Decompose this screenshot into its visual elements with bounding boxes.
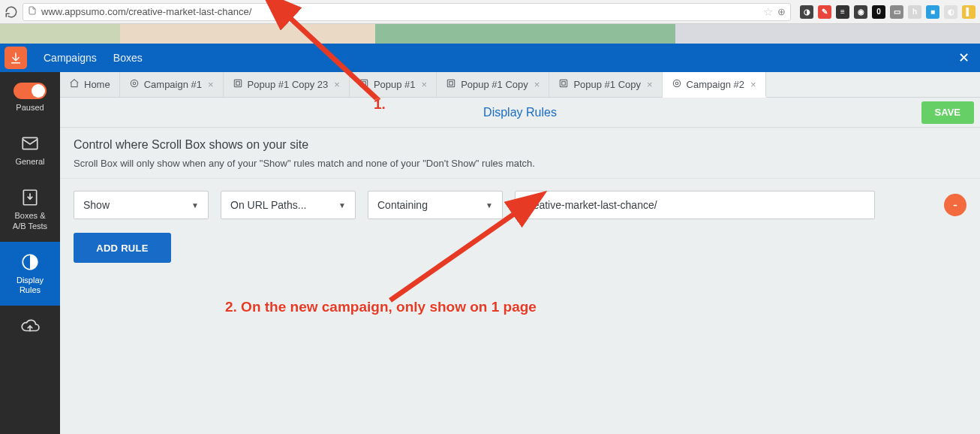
rule-path-value: On URL Paths...: [230, 199, 306, 211]
rule-path-select[interactable]: On URL Paths... ▼: [221, 191, 356, 219]
nav-campaigns[interactable]: Campaigns: [44, 52, 97, 64]
tab-label: Campaign #1: [144, 79, 202, 90]
tab-popup-1[interactable]: Popup #1×: [350, 72, 437, 97]
svg-rect-5: [234, 80, 241, 86]
sidebar-label-display: Display Rules: [17, 276, 44, 295]
page-title: Display Rules: [483, 106, 557, 119]
extension-icons: ◑✎≡◉0▭h■◐▌: [795, 5, 975, 19]
cloud-upload-icon: [20, 316, 40, 336]
svg-rect-0: [23, 138, 38, 149]
rules-area: Show ▼ On URL Paths... ▼ Containing ▼ - …: [60, 179, 980, 275]
add-rule-button[interactable]: ADD RULE: [74, 233, 171, 263]
popup-icon: [359, 78, 369, 91]
svg-rect-6: [236, 82, 239, 86]
sidebar: Paused General Boxes & A/B Tests Display…: [0, 72, 60, 434]
svg-rect-11: [561, 80, 567, 86]
reload-icon[interactable]: [5, 5, 18, 19]
svg-rect-9: [448, 80, 455, 86]
browser-chrome: www.appsumo.com/creative-market-last-cha…: [0, 0, 980, 24]
ext-op-icon[interactable]: 0: [872, 5, 885, 19]
ext-blue-icon[interactable]: ■: [926, 5, 939, 19]
sidebar-label-boxes: Boxes & A/B Tests: [13, 211, 47, 231]
rule-row: Show ▼ On URL Paths... ▼ Containing ▼ -: [74, 191, 966, 219]
rule-value-input[interactable]: [515, 191, 875, 219]
ext-tool-icon[interactable]: ✎: [818, 5, 831, 19]
tab-label: Campaign #2: [687, 79, 744, 90]
target-icon: [672, 78, 682, 91]
rule-match-value: Containing: [377, 199, 428, 211]
tab-label: Popup #1 Copy: [573, 79, 641, 90]
caret-icon: ▼: [485, 201, 493, 209]
tab-close-icon[interactable]: ×: [749, 79, 756, 90]
download-box-icon: [20, 188, 40, 207]
star-icon[interactable]: ☆: [763, 5, 773, 19]
svg-rect-12: [562, 82, 566, 86]
sidebar-label-paused: Paused: [16, 103, 44, 113]
ext-buffer-icon[interactable]: ≡: [836, 5, 849, 19]
svg-rect-8: [362, 82, 366, 86]
sidebar-item-boxes[interactable]: Boxes & A/B Tests: [0, 177, 60, 241]
caret-icon: ▼: [191, 201, 199, 209]
app-overlay: Campaigns Boxes ✕ Paused General Boxes &…: [0, 44, 980, 434]
app-topbar: Campaigns Boxes ✕: [0, 44, 980, 72]
sidebar-item-paused[interactable]: Paused: [0, 72, 60, 123]
svg-point-14: [675, 82, 678, 85]
ext-globe-icon[interactable]: ◐: [944, 5, 957, 19]
ext-pocket-icon[interactable]: ◑: [800, 5, 813, 19]
svg-point-13: [673, 80, 680, 86]
annotation-label-2: 2. On the new campaign, only show on 1 p…: [225, 299, 537, 315]
svg-point-4: [133, 82, 136, 85]
tab-close-icon[interactable]: ×: [332, 79, 340, 90]
remove-rule-button[interactable]: -: [944, 194, 966, 216]
tab-home[interactable]: Home: [60, 72, 120, 97]
tab-close-icon[interactable]: ×: [645, 79, 653, 90]
annotation-label-1: 1.: [374, 96, 386, 113]
svg-point-3: [131, 80, 137, 86]
rule-action-select[interactable]: Show ▼: [74, 191, 209, 219]
page-header: Display Rules SAVE: [60, 98, 980, 128]
tab-campaign-1[interactable]: Campaign #1×: [120, 72, 224, 97]
app-logo[interactable]: [5, 47, 27, 69]
tab-label: Popup #1 Copy: [461, 79, 528, 90]
home-icon: [69, 78, 80, 91]
half-circle-icon: [20, 252, 40, 272]
desc-body: Scroll Box will only show when any of yo…: [74, 158, 966, 169]
tab-close-icon[interactable]: ×: [420, 79, 428, 90]
tab-strip: HomeCampaign #1×Popup #1 Copy 23×Popup #…: [60, 72, 980, 98]
tab-popup-1-copy-23[interactable]: Popup #1 Copy 23×: [224, 72, 350, 97]
tab-campaign-2[interactable]: Campaign #2×: [663, 72, 766, 98]
tab-label: Popup #1 Copy 23: [248, 79, 329, 90]
ext-cast-icon[interactable]: ▭: [890, 5, 903, 19]
ext-circle-icon[interactable]: ◉: [854, 5, 867, 19]
svg-rect-7: [360, 80, 367, 86]
ext-h-icon[interactable]: h: [908, 5, 921, 19]
target-icon: [129, 78, 140, 91]
svg-rect-10: [449, 82, 453, 86]
nav-boxes[interactable]: Boxes: [113, 52, 143, 64]
ext-flag-icon[interactable]: ▌: [962, 5, 975, 19]
address-bar[interactable]: www.appsumo.com/creative-market-last-cha…: [23, 3, 791, 21]
pause-toggle[interactable]: [14, 83, 47, 99]
zoom-icon[interactable]: ⊕: [777, 6, 786, 17]
envelope-icon: [20, 134, 40, 153]
save-button[interactable]: SAVE: [921, 101, 974, 124]
page-background-strip: [0, 24, 980, 44]
close-icon[interactable]: ✕: [948, 50, 980, 66]
tab-close-icon[interactable]: ×: [533, 79, 540, 90]
rule-action-value: Show: [83, 199, 110, 211]
sidebar-label-general: General: [15, 157, 44, 167]
desc-title: Control where Scroll Box shows on your s…: [74, 138, 966, 152]
tab-close-icon[interactable]: ×: [206, 79, 214, 90]
popup-icon: [446, 78, 456, 91]
sidebar-item-general[interactable]: General: [0, 123, 60, 177]
tab-popup-1-copy[interactable]: Popup #1 Copy×: [437, 72, 549, 97]
rule-match-select[interactable]: Containing ▼: [368, 191, 503, 219]
sidebar-item-cloud[interactable]: [0, 306, 60, 346]
popup-icon: [558, 78, 569, 91]
sidebar-item-display-rules[interactable]: Display Rules: [0, 242, 60, 306]
tab-label: Popup #1: [374, 79, 416, 90]
main-column: HomeCampaign #1×Popup #1 Copy 23×Popup #…: [60, 72, 980, 434]
tab-label: Home: [84, 79, 110, 90]
tab-popup-1-copy[interactable]: Popup #1 Copy×: [549, 72, 662, 97]
caret-icon: ▼: [338, 201, 346, 209]
